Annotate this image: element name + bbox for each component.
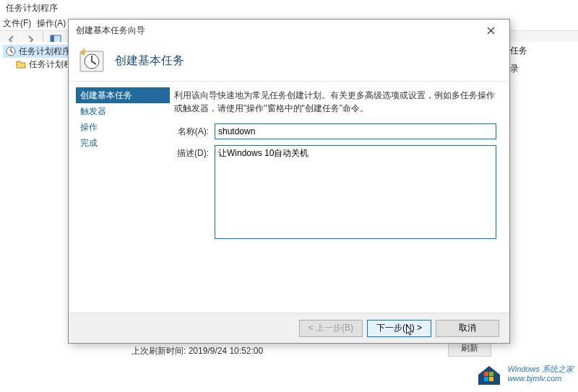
name-label: 名称(A): xyxy=(174,123,215,139)
wizard-footer: < 上一步(B) 下一步(N) > 取消 xyxy=(69,313,509,343)
close-icon xyxy=(487,27,495,35)
cancel-button[interactable]: 取消 xyxy=(436,320,499,337)
nav-step-finish[interactable]: 完成 xyxy=(76,135,170,151)
name-input[interactable] xyxy=(215,123,496,139)
right-item-task[interactable]: 任务 xyxy=(506,42,578,60)
next-button[interactable]: 下一步(N) > xyxy=(367,320,431,337)
wizard-body: 创建基本任务 触发器 操作 完成 利用该向导快速地为常见任务创建计划。有关更多高… xyxy=(69,82,509,313)
watermark-line2: www.bjmlv.com xyxy=(507,374,574,383)
create-basic-task-wizard: 创建基本任务向导 创建基本任务 创建基本任务 触发器 操作 完成 利用该向导快速… xyxy=(68,19,510,344)
wizard-titlebar: 创建基本任务向导 xyxy=(69,19,509,41)
desc-label: 描述(D): xyxy=(174,145,215,239)
next-button-label: 下一步(N) > xyxy=(376,323,422,333)
svg-rect-8 xyxy=(484,372,488,376)
watermark-text: Windows 系统之家 www.bjmlv.com xyxy=(507,365,574,383)
desc-row: 描述(D): xyxy=(174,145,496,239)
wizard-nav: 创建基本任务 触发器 操作 完成 xyxy=(69,82,170,313)
nav-step-action[interactable]: 操作 xyxy=(76,119,170,135)
status-bar: 上次刷新时间: 2019/9/24 10:52:00 xyxy=(131,345,263,357)
bg-title-text: 任务计划程序 xyxy=(6,2,58,14)
clock-icon xyxy=(6,46,16,56)
menu-file[interactable]: 文件(F) xyxy=(3,17,31,30)
close-button[interactable] xyxy=(476,22,505,39)
nav-step-trigger[interactable]: 触发器 xyxy=(76,103,170,119)
wizard-instruction: 利用该向导快速地为常见任务创建计划。有关更多高级选项或设置，例如多任务操作或触发… xyxy=(174,89,496,115)
right-item-record[interactable]: 录 xyxy=(506,60,578,78)
back-button: < 上一步(B) xyxy=(299,320,363,337)
watermark-line1: Windows 系统之家 xyxy=(507,365,574,374)
wizard-header-icon xyxy=(77,47,106,76)
name-row: 名称(A): xyxy=(174,123,496,139)
folder-icon xyxy=(16,59,26,69)
wizard-header: 创建基本任务 xyxy=(69,41,509,82)
watermark-logo-icon xyxy=(475,362,503,386)
actions-panel: 任务 录 xyxy=(506,42,578,360)
status-label: 上次刷新时间: xyxy=(131,346,186,356)
svg-point-7 xyxy=(81,51,85,55)
status-value: 2019/9/24 10:52:00 xyxy=(189,346,263,356)
watermark: Windows 系统之家 www.bjmlv.com xyxy=(475,362,574,386)
desc-textarea[interactable] xyxy=(215,145,496,239)
svg-rect-11 xyxy=(489,377,493,381)
menu-action[interactable]: 操作(A) xyxy=(37,17,66,30)
wizard-title: 创建基本任务向导 xyxy=(76,25,476,37)
wizard-content: 利用该向导快速地为常见任务创建计划。有关更多高级选项或设置，例如多任务操作或触发… xyxy=(170,82,509,313)
wizard-header-title: 创建基本任务 xyxy=(115,53,184,69)
svg-rect-10 xyxy=(484,377,488,381)
svg-rect-9 xyxy=(489,372,493,376)
nav-step-create[interactable]: 创建基本任务 xyxy=(76,87,170,103)
bg-window-title: 任务计划程序 xyxy=(0,0,578,16)
